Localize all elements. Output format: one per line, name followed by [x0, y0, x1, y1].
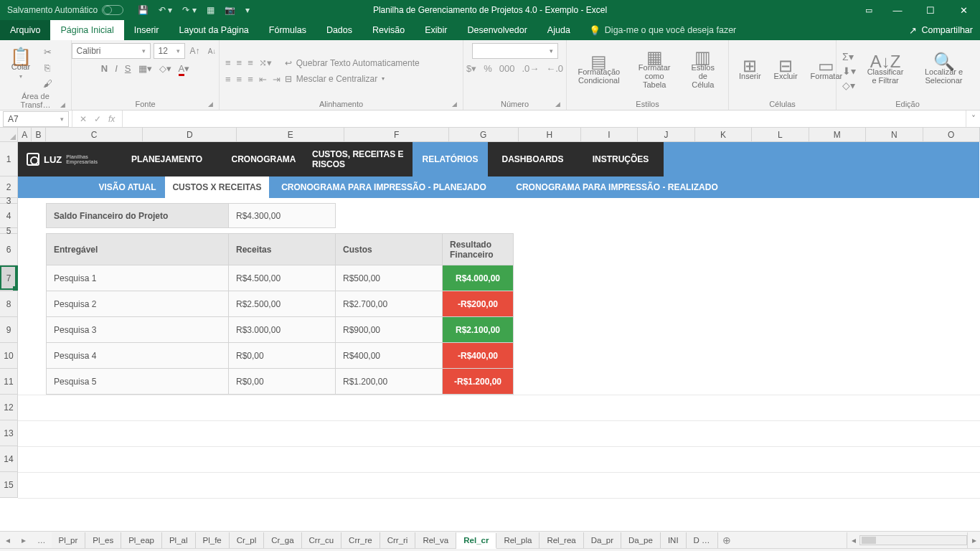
- align-center-icon[interactable]: ≡: [237, 74, 242, 85]
- grow-font-icon[interactable]: A↑: [188, 44, 202, 58]
- cell-custos[interactable]: R$500,00: [335, 265, 443, 291]
- cell-resultado[interactable]: -R$1.200,00: [442, 368, 514, 395]
- sheet-tab[interactable]: Crr_cu: [302, 532, 342, 548]
- column-header[interactable]: C: [46, 128, 143, 141]
- close-button[interactable]: ✕: [947, 0, 980, 20]
- delete-cells-button[interactable]: ⊟Excluir: [770, 60, 802, 82]
- merge-center-button[interactable]: ⊟Mesclar e Centralizar▾: [285, 74, 420, 84]
- sheet-nav-next[interactable]: ▸: [16, 535, 32, 545]
- scroll-left-icon[interactable]: ◂: [847, 532, 859, 548]
- column-header[interactable]: D: [143, 128, 237, 141]
- indent-inc-icon[interactable]: ⇥: [273, 74, 281, 85]
- column-header[interactable]: K: [695, 128, 752, 141]
- column-header[interactable]: L: [752, 128, 809, 141]
- conditional-formatting-button[interactable]: ▤Formatação Condicional: [573, 56, 626, 86]
- sheet-tab[interactable]: Rel_rea: [540, 532, 583, 548]
- column-header[interactable]: H: [519, 128, 581, 141]
- cell-entregavel[interactable]: Pesquisa 5: [46, 368, 229, 395]
- cell-receitas[interactable]: R$0,00: [228, 342, 336, 369]
- row-header[interactable]: 7: [0, 265, 18, 291]
- row-header[interactable]: 2: [0, 176, 18, 198]
- column-header[interactable]: F: [344, 128, 448, 141]
- qat-more-icon[interactable]: ▾: [245, 5, 250, 15]
- font-size-combo[interactable]: 12▾: [154, 43, 185, 59]
- column-header[interactable]: M: [809, 128, 866, 141]
- row-header[interactable]: 13: [0, 420, 18, 446]
- tab-layout[interactable]: Layout da Página: [169, 20, 258, 40]
- name-box[interactable]: A7▾: [3, 111, 69, 127]
- sheet-tab[interactable]: Pl_es: [85, 532, 121, 548]
- sheet-tab[interactable]: Rel_cr: [456, 533, 496, 549]
- cancel-icon[interactable]: ✕: [80, 114, 87, 124]
- cell-receitas[interactable]: R$0,00: [228, 368, 336, 395]
- save-icon[interactable]: 💾: [138, 5, 149, 15]
- italic-icon[interactable]: I: [115, 63, 118, 74]
- font-color-icon[interactable]: A▾: [179, 63, 190, 74]
- nav-relatorios[interactable]: RELATÓRIOS: [413, 142, 488, 176]
- cell-custos[interactable]: R$2.700,00: [335, 291, 443, 317]
- undo-icon[interactable]: ↶ ▾: [159, 5, 172, 15]
- cell-resultado[interactable]: R$2.100,00: [442, 316, 514, 343]
- row-header[interactable]: 6: [0, 234, 18, 265]
- sheet-tab[interactable]: Cr_ga: [264, 532, 301, 548]
- minimize-button[interactable]: —: [881, 0, 914, 20]
- fill-color-icon[interactable]: ◇▾: [159, 63, 171, 74]
- sheet-tab[interactable]: Crr_re: [341, 532, 380, 548]
- scroll-thumb[interactable]: [862, 537, 876, 544]
- nav-planejamento[interactable]: PLANEJAMENTO: [118, 142, 215, 176]
- row-headers[interactable]: 123456789101112131415: [0, 142, 18, 498]
- subnav-custos-receitas[interactable]: CUSTOS X RECEITAS: [165, 176, 269, 198]
- nav-custos-riscos[interactable]: CUSTOS, RECEITAS E RISCOS: [312, 142, 413, 176]
- nav-cronograma[interactable]: CRONOGRAMA: [215, 142, 312, 176]
- worksheet-grid[interactable]: ABCDEFGHIJKLMNO 123456789101112131415 LU…: [0, 128, 980, 531]
- sort-filter-button[interactable]: A↓ZClassificar e Filtrar: [860, 56, 910, 86]
- sheet-tab[interactable]: Pl_pr: [52, 532, 86, 548]
- enter-icon[interactable]: ✓: [94, 114, 101, 124]
- column-header[interactable]: B: [32, 128, 45, 141]
- currency-icon[interactable]: $▾: [466, 63, 476, 74]
- tab-formulas[interactable]: Fórmulas: [259, 20, 316, 40]
- subnav-cronograma-planejado[interactable]: CRONOGRAMA PARA IMPRESSÃO - PLANEJADO: [269, 176, 499, 198]
- select-all-button[interactable]: [0, 128, 18, 142]
- sheet-tab[interactable]: Crr_ri: [380, 532, 416, 548]
- align-middle-icon[interactable]: ≡: [237, 57, 242, 68]
- tab-data[interactable]: Dados: [316, 20, 362, 40]
- cut-icon[interactable]: ✂: [40, 44, 55, 59]
- decrease-decimal-icon[interactable]: ←.0: [546, 63, 563, 74]
- sheet-tab[interactable]: INI: [661, 532, 687, 548]
- scroll-track[interactable]: [859, 535, 967, 545]
- tab-developer[interactable]: Desenvolvedor: [457, 20, 537, 40]
- row-header[interactable]: 10: [0, 343, 18, 369]
- column-header[interactable]: G: [449, 128, 519, 141]
- cell-entregavel[interactable]: Pesquisa 1: [46, 265, 229, 291]
- nav-dashboards[interactable]: DASHBOARDS: [488, 142, 578, 176]
- bold-icon[interactable]: N: [101, 63, 108, 74]
- cell-entregavel[interactable]: Pesquisa 4: [46, 342, 229, 369]
- expand-formula-bar-icon[interactable]: ˅: [966, 110, 980, 127]
- sheet-nav-prev[interactable]: ◂: [0, 535, 16, 545]
- cell-receitas[interactable]: R$4.500,00: [228, 265, 336, 291]
- cell-custos[interactable]: R$900,00: [335, 316, 443, 343]
- copy-icon[interactable]: ⎘: [40, 60, 55, 75]
- maximize-button[interactable]: ☐: [914, 0, 947, 20]
- increase-decimal-icon[interactable]: .0→: [522, 63, 539, 74]
- horizontal-scrollbar[interactable]: ◂ ▸: [847, 532, 980, 548]
- border-icon[interactable]: ▦▾: [138, 63, 152, 74]
- find-select-button[interactable]: 🔍Localizar e Selecionar: [915, 56, 973, 86]
- column-headers[interactable]: ABCDEFGHIJKLMNO: [18, 128, 980, 142]
- cell-resultado[interactable]: -R$400,00: [442, 342, 514, 369]
- sheet-nav-more[interactable]: …: [32, 536, 52, 545]
- row-header[interactable]: 3: [0, 198, 18, 204]
- cell-entregavel[interactable]: Pesquisa 3: [46, 316, 229, 343]
- sheet-tab[interactable]: Rel_va: [415, 532, 456, 548]
- row-header[interactable]: 1: [0, 142, 18, 176]
- tab-file[interactable]: Arquivo: [0, 20, 50, 40]
- column-header[interactable]: A: [18, 128, 32, 141]
- cell-resultado[interactable]: R$4.000,00: [442, 265, 514, 291]
- column-header[interactable]: N: [866, 128, 923, 141]
- comma-icon[interactable]: 000: [499, 63, 515, 74]
- sheet-tab[interactable]: D …: [687, 532, 718, 548]
- dialog-launcher-icon[interactable]: ◢: [208, 100, 213, 108]
- tell-me-search[interactable]: 💡 Diga-me o que você deseja fazer: [580, 20, 745, 40]
- cell-receitas[interactable]: R$2.500,00: [228, 291, 336, 317]
